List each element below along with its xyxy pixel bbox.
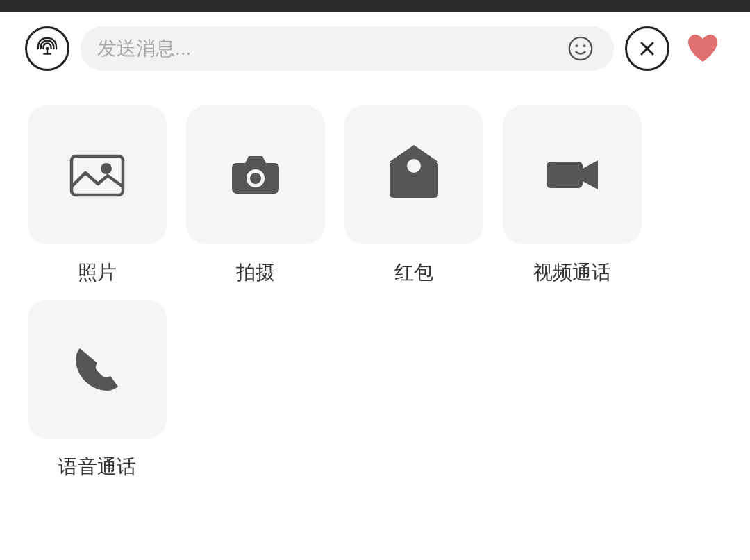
videocall-label: 视频通话 <box>533 260 611 286</box>
grid-item-photo[interactable]: 照片 <box>28 105 167 286</box>
grid-row-1: 照片 拍摄 <box>28 105 722 286</box>
svg-rect-8 <box>72 156 123 195</box>
grid-item-redpacket[interactable]: 红包 <box>344 105 483 286</box>
top-bar <box>0 0 750 12</box>
videocall-icon <box>541 144 603 206</box>
svg-point-11 <box>250 173 261 184</box>
voice-input-button[interactable] <box>25 26 69 71</box>
svg-point-9 <box>101 163 112 174</box>
toolbar: 发送消息... <box>0 12 750 85</box>
heart-icon <box>685 33 720 65</box>
grid-item-camera[interactable]: 拍摄 <box>186 105 325 286</box>
emoji-button[interactable] <box>564 32 597 65</box>
voice-icon <box>35 37 59 60</box>
voicecall-icon <box>66 338 128 400</box>
svg-point-13 <box>407 159 421 173</box>
redpacket-icon-box <box>344 105 483 244</box>
close-button[interactable] <box>625 26 669 71</box>
redpacket-label: 红包 <box>394 260 433 286</box>
redpacket-icon <box>383 144 445 206</box>
heart-button[interactable] <box>681 26 725 71</box>
photo-icon-box <box>28 105 167 244</box>
svg-point-3 <box>569 37 592 60</box>
close-icon <box>636 37 658 60</box>
message-input-bar[interactable]: 发送消息... <box>81 26 614 71</box>
camera-label: 拍摄 <box>236 260 275 286</box>
svg-point-4 <box>575 44 578 47</box>
grid-area: 照片 拍摄 <box>0 85 750 494</box>
grid-item-voicecall[interactable]: 语音通话 <box>28 300 167 480</box>
svg-point-5 <box>583 44 586 47</box>
voicecall-icon-box <box>28 300 167 439</box>
camera-icon <box>224 144 287 206</box>
photo-label: 照片 <box>78 260 117 286</box>
voicecall-label: 语音通话 <box>58 454 136 480</box>
message-placeholder: 发送消息... <box>97 35 556 62</box>
svg-rect-14 <box>547 162 583 188</box>
grid-row-2: 语音通话 <box>28 300 722 480</box>
grid-item-videocall[interactable]: 视频通话 <box>503 105 642 286</box>
videocall-icon-box <box>503 105 642 244</box>
camera-icon-box <box>186 105 325 244</box>
emoji-icon <box>567 35 594 62</box>
photo-icon <box>66 144 128 206</box>
